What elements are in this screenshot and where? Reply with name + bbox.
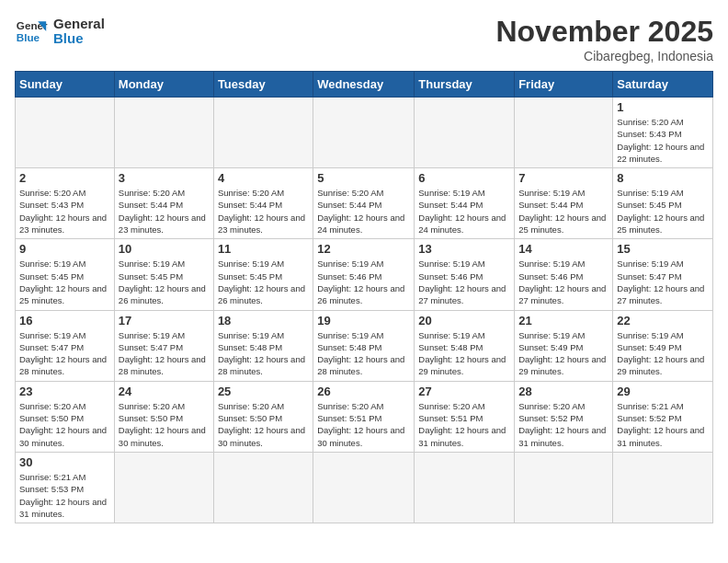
- svg-text:Blue: Blue: [17, 31, 40, 43]
- day-number: 11: [218, 242, 309, 256]
- calendar-day-cell: 21Sunrise: 5:19 AM Sunset: 5:49 PM Dayli…: [515, 310, 613, 381]
- day-number: 7: [518, 171, 609, 185]
- day-info: Sunrise: 5:19 AM Sunset: 5:47 PM Dayligh…: [19, 329, 110, 378]
- calendar-week-row: 16Sunrise: 5:19 AM Sunset: 5:47 PM Dayli…: [16, 310, 713, 381]
- calendar-day-cell: 26Sunrise: 5:20 AM Sunset: 5:51 PM Dayli…: [313, 381, 415, 452]
- day-info: Sunrise: 5:19 AM Sunset: 5:49 PM Dayligh…: [518, 329, 609, 378]
- calendar-day-cell: [114, 98, 213, 168]
- calendar-day-cell: 28Sunrise: 5:20 AM Sunset: 5:52 PM Dayli…: [515, 381, 613, 452]
- calendar-day-cell: 29Sunrise: 5:21 AM Sunset: 5:52 PM Dayli…: [613, 381, 713, 452]
- calendar-day-cell: 18Sunrise: 5:19 AM Sunset: 5:48 PM Dayli…: [213, 310, 313, 381]
- day-number: 28: [518, 385, 609, 398]
- weekday-header: Monday: [114, 72, 213, 98]
- day-number: 19: [317, 314, 410, 327]
- logo-blue-text: Blue: [53, 31, 105, 47]
- day-number: 15: [617, 242, 709, 256]
- logo: General Blue General Blue: [15, 15, 105, 48]
- calendar-day-cell: 8Sunrise: 5:19 AM Sunset: 5:45 PM Daylig…: [613, 168, 713, 239]
- day-number: 6: [418, 171, 510, 185]
- day-number: 9: [19, 242, 110, 256]
- day-info: Sunrise: 5:20 AM Sunset: 5:44 PM Dayligh…: [119, 187, 210, 236]
- day-number: 22: [617, 314, 709, 327]
- calendar-day-cell: 5Sunrise: 5:20 AM Sunset: 5:44 PM Daylig…: [313, 168, 415, 239]
- calendar-day-cell: 1Sunrise: 5:20 AM Sunset: 5:43 PM Daylig…: [613, 98, 713, 168]
- day-number: 29: [617, 385, 709, 398]
- calendar-day-cell: 11Sunrise: 5:19 AM Sunset: 5:45 PM Dayli…: [213, 239, 313, 310]
- day-number: 8: [617, 171, 709, 185]
- day-info: Sunrise: 5:19 AM Sunset: 5:45 PM Dayligh…: [617, 187, 709, 236]
- calendar-week-row: 9Sunrise: 5:19 AM Sunset: 5:45 PM Daylig…: [16, 239, 713, 310]
- calendar-day-cell: 30Sunrise: 5:21 AM Sunset: 5:53 PM Dayli…: [16, 452, 115, 523]
- calendar-day-cell: [515, 452, 613, 523]
- day-info: Sunrise: 5:20 AM Sunset: 5:44 PM Dayligh…: [317, 187, 410, 236]
- day-info: Sunrise: 5:20 AM Sunset: 5:44 PM Dayligh…: [218, 187, 309, 236]
- weekday-header: Sunday: [16, 72, 115, 98]
- day-info: Sunrise: 5:19 AM Sunset: 5:48 PM Dayligh…: [317, 329, 410, 378]
- day-number: 1: [617, 100, 709, 114]
- day-info: Sunrise: 5:20 AM Sunset: 5:50 PM Dayligh…: [119, 400, 210, 449]
- weekday-header: Tuesday: [213, 72, 313, 98]
- day-info: Sunrise: 5:20 AM Sunset: 5:50 PM Dayligh…: [218, 400, 309, 449]
- day-number: 21: [518, 314, 609, 327]
- location: Cibaregbeg, Indonesia: [495, 49, 713, 63]
- day-info: Sunrise: 5:20 AM Sunset: 5:43 PM Dayligh…: [617, 116, 709, 165]
- calendar-day-cell: 20Sunrise: 5:19 AM Sunset: 5:48 PM Dayli…: [415, 310, 515, 381]
- calendar-day-cell: [313, 452, 415, 523]
- calendar-day-cell: 23Sunrise: 5:20 AM Sunset: 5:50 PM Dayli…: [16, 381, 115, 452]
- day-info: Sunrise: 5:19 AM Sunset: 5:44 PM Dayligh…: [418, 187, 510, 236]
- day-number: 25: [218, 385, 309, 398]
- calendar-day-cell: [213, 98, 313, 168]
- day-info: Sunrise: 5:19 AM Sunset: 5:44 PM Dayligh…: [518, 187, 609, 236]
- day-info: Sunrise: 5:19 AM Sunset: 5:47 PM Dayligh…: [617, 258, 709, 306]
- weekday-header: Thursday: [415, 72, 515, 98]
- calendar-day-cell: [415, 452, 515, 523]
- calendar-header-row: SundayMondayTuesdayWednesdayThursdayFrid…: [16, 72, 713, 98]
- day-number: 27: [418, 385, 510, 398]
- day-number: 20: [418, 314, 510, 327]
- calendar-day-cell: 10Sunrise: 5:19 AM Sunset: 5:45 PM Dayli…: [114, 239, 213, 310]
- day-info: Sunrise: 5:20 AM Sunset: 5:51 PM Dayligh…: [317, 400, 410, 449]
- calendar-day-cell: 14Sunrise: 5:19 AM Sunset: 5:46 PM Dayli…: [515, 239, 613, 310]
- calendar-week-row: 23Sunrise: 5:20 AM Sunset: 5:50 PM Dayli…: [16, 381, 713, 452]
- calendar-day-cell: 24Sunrise: 5:20 AM Sunset: 5:50 PM Dayli…: [114, 381, 213, 452]
- day-info: Sunrise: 5:19 AM Sunset: 5:45 PM Dayligh…: [218, 258, 309, 306]
- day-number: 23: [19, 385, 110, 398]
- day-number: 16: [19, 314, 110, 327]
- day-info: Sunrise: 5:19 AM Sunset: 5:45 PM Dayligh…: [19, 258, 110, 306]
- calendar-day-cell: 15Sunrise: 5:19 AM Sunset: 5:47 PM Dayli…: [613, 239, 713, 310]
- day-number: 30: [19, 455, 110, 469]
- calendar-day-cell: 27Sunrise: 5:20 AM Sunset: 5:51 PM Dayli…: [415, 381, 515, 452]
- day-info: Sunrise: 5:20 AM Sunset: 5:51 PM Dayligh…: [418, 400, 510, 449]
- calendar-day-cell: [515, 98, 613, 168]
- calendar-week-row: 1Sunrise: 5:20 AM Sunset: 5:43 PM Daylig…: [16, 98, 713, 168]
- day-number: 18: [218, 314, 309, 327]
- day-info: Sunrise: 5:19 AM Sunset: 5:46 PM Dayligh…: [317, 258, 410, 306]
- day-number: 3: [119, 171, 210, 185]
- day-info: Sunrise: 5:20 AM Sunset: 5:50 PM Dayligh…: [19, 400, 110, 449]
- weekday-header: Friday: [515, 72, 613, 98]
- calendar-day-cell: 3Sunrise: 5:20 AM Sunset: 5:44 PM Daylig…: [114, 168, 213, 239]
- logo-general-text: General: [53, 17, 105, 32]
- calendar-day-cell: 16Sunrise: 5:19 AM Sunset: 5:47 PM Dayli…: [16, 310, 115, 381]
- calendar-day-cell: 25Sunrise: 5:20 AM Sunset: 5:50 PM Dayli…: [213, 381, 313, 452]
- day-info: Sunrise: 5:19 AM Sunset: 5:49 PM Dayligh…: [617, 329, 709, 378]
- day-number: 12: [317, 242, 410, 256]
- calendar-day-cell: 19Sunrise: 5:19 AM Sunset: 5:48 PM Dayli…: [313, 310, 415, 381]
- calendar-day-cell: 12Sunrise: 5:19 AM Sunset: 5:46 PM Dayli…: [313, 239, 415, 310]
- calendar-table: SundayMondayTuesdayWednesdayThursdayFrid…: [15, 71, 713, 523]
- weekday-header: Saturday: [613, 72, 713, 98]
- day-info: Sunrise: 5:19 AM Sunset: 5:48 PM Dayligh…: [418, 329, 510, 378]
- calendar-week-row: 30Sunrise: 5:21 AM Sunset: 5:53 PM Dayli…: [16, 452, 713, 523]
- calendar-day-cell: 2Sunrise: 5:20 AM Sunset: 5:43 PM Daylig…: [16, 168, 115, 239]
- calendar-day-cell: 22Sunrise: 5:19 AM Sunset: 5:49 PM Dayli…: [613, 310, 713, 381]
- day-info: Sunrise: 5:20 AM Sunset: 5:43 PM Dayligh…: [19, 187, 110, 236]
- calendar-day-cell: 6Sunrise: 5:19 AM Sunset: 5:44 PM Daylig…: [415, 168, 515, 239]
- day-info: Sunrise: 5:19 AM Sunset: 5:47 PM Dayligh…: [119, 329, 210, 378]
- calendar-day-cell: 9Sunrise: 5:19 AM Sunset: 5:45 PM Daylig…: [16, 239, 115, 310]
- day-number: 17: [119, 314, 210, 327]
- day-number: 5: [317, 171, 410, 185]
- calendar-day-cell: [415, 98, 515, 168]
- day-number: 14: [518, 242, 609, 256]
- day-number: 24: [119, 385, 210, 398]
- day-info: Sunrise: 5:21 AM Sunset: 5:53 PM Dayligh…: [19, 471, 110, 520]
